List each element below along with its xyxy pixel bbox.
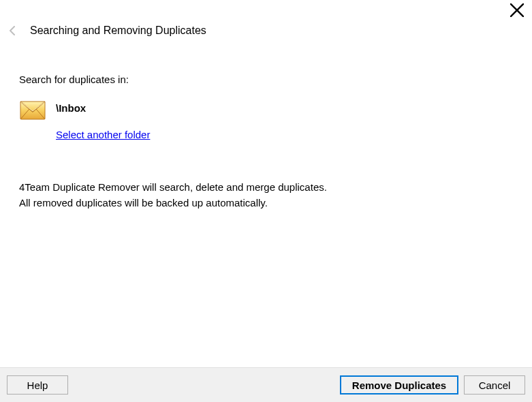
- content-area: Search for duplicates in: \Inbox Select: [0, 37, 532, 211]
- folder-name: \Inbox: [56, 99, 150, 114]
- folder-row: \Inbox Select another folder: [19, 99, 532, 140]
- description-line: 4Team Duplicate Remover will search, del…: [19, 180, 532, 196]
- arrow-left-icon: [8, 26, 18, 35]
- folder-info: \Inbox Select another folder: [56, 99, 150, 140]
- remove-duplicates-button[interactable]: Remove Duplicates: [340, 375, 458, 395]
- help-button[interactable]: Help: [7, 375, 68, 395]
- cancel-button[interactable]: Cancel: [464, 375, 525, 395]
- description-line: All removed duplicates will be backed up…: [19, 196, 532, 211]
- envelope-icon: [19, 100, 46, 121]
- header: Searching and Removing Duplicates: [0, 0, 532, 37]
- footer: Help Remove Duplicates Cancel: [0, 367, 532, 402]
- select-another-folder-link[interactable]: Select another folder: [56, 129, 150, 140]
- back-button[interactable]: [7, 25, 19, 37]
- page-title: Searching and Removing Duplicates: [30, 25, 206, 37]
- close-icon: [510, 3, 524, 17]
- search-label: Search for duplicates in:: [19, 74, 532, 85]
- description-text: 4Team Duplicate Remover will search, del…: [19, 180, 532, 211]
- close-button[interactable]: [510, 3, 524, 17]
